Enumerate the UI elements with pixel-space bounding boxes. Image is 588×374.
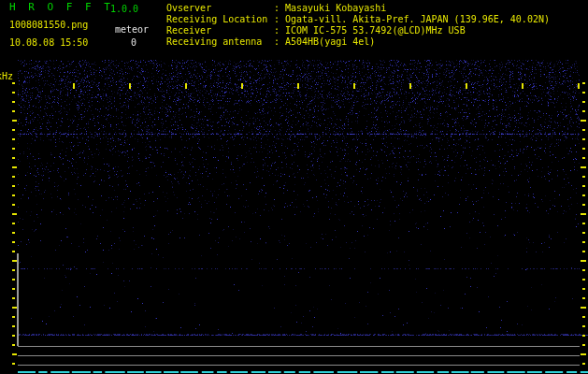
info-separator: : (274, 3, 285, 13)
axis-tick (12, 269, 15, 271)
info-separator: : (274, 25, 285, 36)
axis-tick (582, 279, 585, 280)
axis-tick (12, 251, 15, 252)
axis-tick (12, 92, 15, 94)
axis-tick (353, 83, 355, 89)
axis-tick (12, 335, 15, 337)
axis-tick (582, 157, 585, 159)
axis-tick (12, 110, 15, 112)
axis-tick (12, 223, 15, 224)
axis-tick (12, 194, 15, 196)
axis-tick (241, 83, 243, 89)
app-version: 1.0.0 (110, 4, 138, 14)
axis-tick (12, 204, 15, 206)
axis-tick (581, 166, 586, 168)
station-info-row: Receiving Location:Ogata-vill. Akita-Pre… (166, 14, 550, 25)
axis-tick (409, 83, 411, 89)
axis-tick (582, 176, 585, 178)
axis-tick (581, 307, 586, 309)
axis-tick (582, 194, 585, 196)
axis-tick (582, 82, 585, 84)
axis-tick (581, 120, 586, 122)
axis-tick (582, 344, 585, 346)
axis-tick (12, 344, 15, 346)
axis-tick (12, 176, 15, 178)
observation-mode: meteor (115, 24, 149, 35)
axis-tick (582, 110, 585, 112)
hrofft-window: H R O F F T 1.0.0 1008081550.png meteor … (0, 0, 588, 374)
axis-tick (582, 269, 585, 271)
axis-tick (582, 288, 585, 290)
axis-tick (582, 129, 585, 131)
axis-tick (582, 92, 585, 94)
axis-tick (12, 363, 15, 365)
axis-tick (582, 138, 585, 140)
axis-tick (12, 148, 15, 150)
axis-tick (12, 297, 15, 299)
axis-tick (12, 353, 17, 355)
axis-tick (12, 166, 17, 168)
axis-tick (12, 82, 15, 84)
axis-tick (522, 83, 523, 89)
axis-tick (12, 279, 15, 280)
info-separator: : (274, 14, 285, 24)
axis-tick (12, 316, 15, 318)
axis-tick (466, 83, 467, 89)
axis-tick (12, 185, 15, 187)
axis-tick (12, 307, 17, 309)
axis-tick (582, 185, 585, 187)
axis-tick (12, 101, 15, 103)
axis-tick (581, 213, 586, 215)
info-label: Ovserver (166, 3, 274, 13)
axis-tick (12, 213, 17, 215)
axis-tick (12, 288, 15, 290)
info-label: Receiving antenna (166, 36, 274, 47)
axis-tick (297, 83, 299, 89)
axis-tick (129, 83, 131, 89)
axis-tick (582, 297, 585, 299)
axis-tick (578, 83, 580, 89)
info-value: Ogata-vill. Akita-Pref. JAPAN (139.96E, … (285, 14, 550, 24)
spectrogram-canvas (0, 0, 588, 374)
meteor-count: 0 (131, 37, 136, 48)
info-separator: : (274, 36, 285, 47)
axis-tick (581, 353, 586, 355)
info-value: ICOM IC-575 53.7492(@LCD)MHz USB (285, 25, 466, 36)
axis-tick (581, 260, 586, 262)
axis-tick (12, 232, 15, 234)
axis-tick (185, 83, 187, 89)
axis-tick (12, 120, 17, 122)
info-value: Masayuki Kobayashi (285, 3, 386, 13)
axis-tick (582, 223, 585, 224)
axis-tick (582, 101, 585, 103)
axis-tick (12, 129, 15, 131)
info-value: A504HB(yagi 4el) (285, 36, 375, 47)
freq-axis-unit-label: kHz (0, 71, 13, 81)
axis-tick (12, 157, 15, 159)
axis-tick (582, 325, 585, 327)
axis-tick (582, 241, 585, 243)
axis-tick (73, 83, 75, 89)
app-title: H R O F F T (9, 2, 113, 13)
observation-datetime: 10.08.08 15:50 (9, 37, 88, 48)
station-info-row: Receiving antenna:A504HB(yagi 4el) (166, 36, 375, 48)
output-filename: 1008081550.png (9, 20, 88, 30)
station-info-row: Ovserver:Masayuki Kobayashi (166, 3, 386, 14)
axis-tick (582, 148, 585, 150)
station-info-row: Receiver:ICOM IC-575 53.7492(@LCD)MHz US… (166, 25, 466, 36)
info-label: Receiver (166, 25, 274, 36)
axis-tick (582, 251, 585, 252)
axis-tick (12, 325, 15, 327)
axis-tick (582, 232, 585, 234)
axis-tick (12, 138, 15, 140)
axis-tick (12, 260, 17, 262)
info-label: Receiving Location (166, 14, 274, 24)
axis-tick (582, 204, 585, 206)
axis-tick (582, 316, 585, 318)
axis-tick (12, 241, 15, 243)
axis-tick (582, 363, 585, 365)
axis-tick (582, 335, 585, 337)
